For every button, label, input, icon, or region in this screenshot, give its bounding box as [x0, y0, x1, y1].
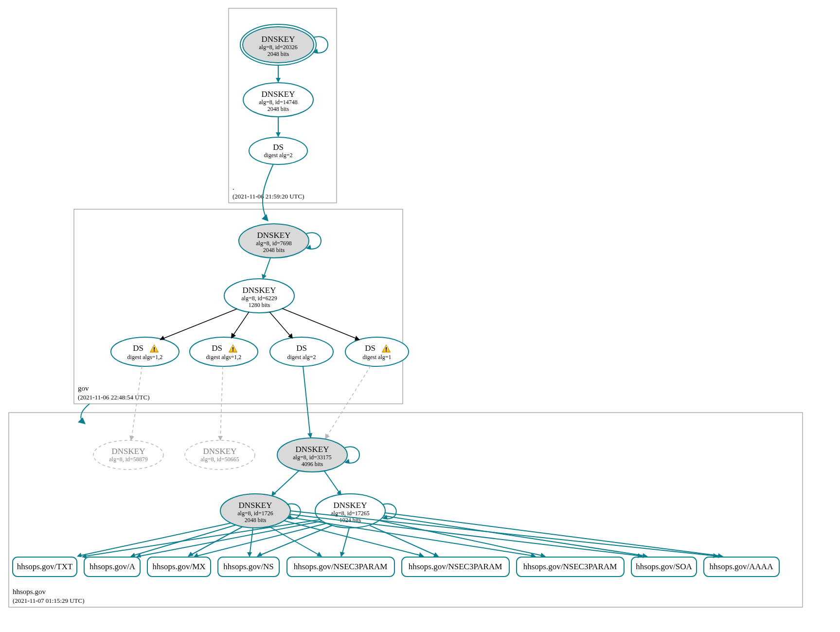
svg-text:2048 bits: 2048 bits	[268, 106, 289, 112]
rrset-txt[interactable]: hhsops.gov/TXT	[13, 557, 77, 577]
svg-text:2048 bits: 2048 bits	[268, 51, 289, 57]
svg-text:4096 bits: 4096 bits	[302, 461, 323, 468]
svg-text:alg=8, id=58879: alg=8, id=58879	[109, 456, 148, 463]
svg-text:digest algs=1,2: digest algs=1,2	[127, 354, 163, 361]
rrset-nsec3param-3[interactable]: hhsops.gov/NSEC3PARAM	[517, 557, 624, 577]
svg-text:DNSKEY: DNSKEY	[112, 447, 145, 456]
node-gov-ksk[interactable]: DNSKEY alg=8, id=7698 2048 bits	[239, 224, 309, 258]
svg-text:hhsops.gov/MX: hhsops.gov/MX	[152, 562, 205, 571]
rrset-nsec3param-1[interactable]: hhsops.gov/NSEC3PARAM	[287, 557, 394, 577]
svg-text:DNSKEY: DNSKEY	[257, 231, 291, 240]
rrset-soa[interactable]: hhsops.gov/SOA	[631, 557, 697, 577]
svg-text:DNSKEY: DNSKEY	[334, 501, 367, 510]
node-hhsops-dnskey-50665[interactable]: DNSKEY alg=8, id=50665	[185, 440, 255, 469]
svg-text:alg=8, id=20326: alg=8, id=20326	[259, 44, 298, 51]
svg-text:digest algs=1,2: digest algs=1,2	[206, 354, 242, 361]
node-gov-ds1[interactable]: DS digest algs=1,2	[111, 337, 179, 366]
zone-hhsops-label: hhsops.gov	[13, 588, 46, 596]
svg-text:alg=8, id=50665: alg=8, id=50665	[200, 456, 239, 463]
zone-root-date: (2021-11-06 21:59:20 UTC)	[232, 193, 304, 200]
svg-marker-93	[247, 552, 252, 557]
svg-marker-12	[276, 78, 281, 83]
node-root-ds[interactable]: DS digest alg=2	[249, 137, 307, 164]
svg-text:DNSKEY: DNSKEY	[239, 501, 272, 510]
svg-text:hhsops.gov/A: hhsops.gov/A	[89, 562, 136, 571]
svg-text:alg=8, id=33175: alg=8, id=33175	[293, 454, 332, 461]
svg-text:DS: DS	[133, 343, 143, 353]
svg-text:1280 bits: 1280 bits	[249, 302, 270, 308]
svg-text:DNSKEY: DNSKEY	[296, 445, 329, 454]
dnssec-graph: . (2021-11-06 21:59:20 UTC) gov (2021-11…	[0, 0, 840, 632]
svg-marker-103	[340, 552, 345, 557]
svg-text:DNSKEY: DNSKEY	[243, 286, 276, 295]
zone-hhsops-date: (2021-11-07 01:15:29 UTC)	[13, 597, 85, 604]
svg-marker-16	[276, 132, 281, 137]
node-hhsops-ksk[interactable]: DNSKEY alg=8, id=33175 4096 bits	[277, 438, 347, 472]
svg-text:hhsops.gov/NSEC3PARAM: hhsops.gov/NSEC3PARAM	[294, 562, 388, 571]
svg-text:2048 bits: 2048 bits	[263, 247, 285, 253]
svg-text:hhsops.gov/NS: hhsops.gov/NS	[223, 562, 273, 571]
svg-point-31	[190, 337, 258, 366]
rrset-a[interactable]: hhsops.gov/A	[84, 557, 140, 577]
svg-marker-91	[130, 553, 135, 557]
svg-text:alg=8, id=1726: alg=8, id=1726	[237, 510, 273, 517]
svg-text:alg=8, id=7698: alg=8, id=7698	[256, 240, 292, 247]
svg-text:hhsops.gov/SOA: hhsops.gov/SOA	[636, 562, 692, 571]
svg-marker-43	[355, 336, 360, 341]
node-root-zsk[interactable]: DNSKEY alg=8, id=14748 2048 bits	[243, 83, 313, 117]
svg-text:digest alg=1: digest alg=1	[362, 354, 391, 361]
zone-gov-date: (2021-11-06 22:48:54 UTC)	[78, 394, 150, 401]
svg-text:DNSKEY: DNSKEY	[262, 90, 295, 99]
svg-text:DS: DS	[365, 343, 375, 353]
svg-text:hhsops.gov/NSEC3PARAM: hhsops.gov/NSEC3PARAM	[409, 562, 502, 571]
rrset-nsec3param-2[interactable]: hhsops.gov/NSEC3PARAM	[402, 557, 509, 577]
node-gov-ds4[interactable]: DS digest alg=1	[345, 337, 409, 366]
svg-text:DNSKEY: DNSKEY	[203, 447, 237, 456]
svg-text:digest alg=2: digest alg=2	[264, 152, 292, 159]
svg-text:DS: DS	[296, 343, 307, 353]
svg-text:hhsops.gov/NSEC3PARAM: hhsops.gov/NSEC3PARAM	[523, 562, 617, 571]
svg-text:alg=8, id=14748: alg=8, id=14748	[259, 99, 298, 106]
svg-point-37	[345, 337, 409, 366]
svg-marker-95	[419, 552, 424, 557]
rrset-ns[interactable]: hhsops.gov/NS	[218, 557, 279, 577]
svg-marker-44	[78, 417, 86, 424]
rrset-aaaa[interactable]: hhsops.gov/AAAA	[704, 557, 779, 577]
node-gov-ds3[interactable]: DS digest alg=2	[270, 337, 333, 366]
svg-point-28	[111, 337, 179, 366]
zone-gov-label: gov	[78, 384, 89, 392]
zone-root-label: .	[232, 183, 234, 191]
svg-marker-53	[325, 433, 330, 439]
svg-text:2048 bits: 2048 bits	[245, 517, 267, 524]
svg-text:hhsops.gov/AAAA: hhsops.gov/AAAA	[710, 562, 774, 571]
svg-text:DS: DS	[273, 143, 284, 152]
svg-text:DS: DS	[212, 343, 222, 353]
rrset-mx[interactable]: hhsops.gov/MX	[147, 557, 211, 577]
node-gov-zsk[interactable]: DNSKEY alg=8, id=6229 1280 bits	[224, 279, 294, 313]
svg-text:DNSKEY: DNSKEY	[262, 35, 295, 44]
svg-text:alg=8, id=6229: alg=8, id=6229	[241, 295, 277, 302]
svg-text:hhsops.gov/TXT: hhsops.gov/TXT	[17, 562, 73, 571]
node-root-ksk[interactable]: DNSKEY alg=8, id=20326 2048 bits	[240, 24, 316, 65]
svg-marker-90	[77, 553, 82, 557]
node-hhsops-dnskey-58879[interactable]: DNSKEY alg=8, id=58879	[93, 440, 163, 469]
node-gov-ds2[interactable]: DS digest algs=1,2	[190, 337, 258, 366]
svg-text:digest alg=2: digest alg=2	[287, 354, 316, 361]
